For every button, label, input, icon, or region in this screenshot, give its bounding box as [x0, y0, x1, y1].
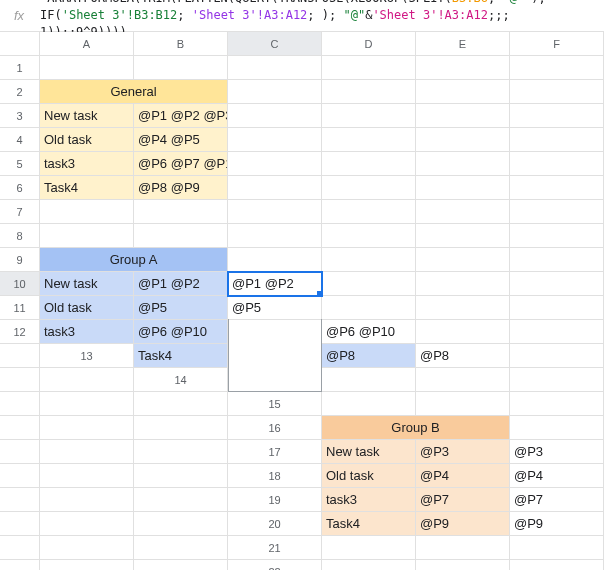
row-header-16[interactable]: 16 — [228, 416, 322, 440]
cell[interactable]: @P4 — [510, 464, 604, 488]
cell[interactable] — [0, 488, 40, 512]
cell[interactable]: @P1 @P2 — [228, 272, 322, 296]
section-header[interactable]: Group B — [322, 416, 510, 440]
cell[interactable] — [416, 224, 510, 248]
cell[interactable]: @P8 @P9 — [134, 176, 228, 200]
cell[interactable] — [416, 152, 510, 176]
cell[interactable]: Old task — [322, 464, 416, 488]
cell[interactable] — [134, 392, 228, 416]
cell[interactable] — [322, 296, 416, 320]
cell[interactable] — [416, 320, 510, 344]
cell[interactable]: task3 — [40, 320, 134, 344]
select-all-corner[interactable] — [0, 32, 40, 56]
cell[interactable] — [40, 512, 134, 536]
cell[interactable]: @P6 @P10 — [322, 320, 416, 344]
cell[interactable] — [134, 560, 228, 570]
row-header-4[interactable]: 4 — [0, 128, 40, 152]
cell[interactable] — [40, 416, 134, 440]
cell[interactable] — [134, 56, 228, 80]
row-header-18[interactable]: 18 — [228, 464, 322, 488]
cell[interactable] — [0, 368, 40, 392]
cell[interactable] — [510, 176, 604, 200]
cell[interactable] — [510, 536, 604, 560]
cell[interactable] — [228, 248, 322, 272]
cell[interactable] — [228, 176, 322, 200]
section-header[interactable]: Group A — [40, 248, 228, 272]
cell[interactable] — [134, 536, 228, 560]
cell[interactable] — [40, 560, 134, 570]
cell[interactable] — [134, 200, 228, 224]
row-header-10[interactable]: 10 — [0, 272, 40, 296]
row-header-19[interactable]: 19 — [228, 488, 322, 512]
cell[interactable] — [228, 104, 322, 128]
cell[interactable] — [0, 512, 40, 536]
cell[interactable]: @P4 — [416, 464, 510, 488]
cell[interactable] — [322, 368, 416, 392]
row-header-3[interactable]: 3 — [0, 104, 40, 128]
cell[interactable] — [228, 152, 322, 176]
cell[interactable] — [40, 464, 134, 488]
cell[interactable] — [134, 464, 228, 488]
cell[interactable] — [416, 248, 510, 272]
cell[interactable] — [416, 296, 510, 320]
cell[interactable] — [510, 344, 604, 368]
cell[interactable]: Task4 — [134, 344, 228, 368]
cell[interactable] — [510, 320, 604, 344]
cell[interactable] — [416, 56, 510, 80]
cell[interactable] — [416, 128, 510, 152]
section-header[interactable]: General — [40, 80, 228, 104]
row-header-17[interactable]: 17 — [228, 440, 322, 464]
cell[interactable] — [0, 464, 40, 488]
row-header-5[interactable]: 5 — [0, 152, 40, 176]
column-header-A[interactable]: A — [40, 32, 134, 56]
row-header-12[interactable]: 12 — [0, 320, 40, 344]
column-header-E[interactable]: E — [416, 32, 510, 56]
cell[interactable] — [322, 536, 416, 560]
row-header-22[interactable]: 22 — [228, 560, 322, 570]
cell[interactable] — [228, 56, 322, 80]
cell[interactable]: New task — [40, 272, 134, 296]
cell[interactable] — [416, 536, 510, 560]
column-header-B[interactable]: B — [134, 32, 228, 56]
cell[interactable] — [510, 296, 604, 320]
cell[interactable]: @P7 — [416, 488, 510, 512]
cell[interactable] — [510, 368, 604, 392]
cell[interactable] — [228, 128, 322, 152]
cell[interactable] — [416, 272, 510, 296]
cell[interactable] — [134, 512, 228, 536]
cell[interactable] — [416, 80, 510, 104]
cell[interactable] — [134, 416, 228, 440]
row-header-13[interactable]: 13 — [40, 344, 134, 368]
cell[interactable]: New task — [322, 440, 416, 464]
cell[interactable] — [322, 392, 416, 416]
cell[interactable] — [134, 488, 228, 512]
cell[interactable]: @P9 — [510, 512, 604, 536]
cell[interactable] — [134, 224, 228, 248]
row-header-7[interactable]: 7 — [0, 200, 40, 224]
cell[interactable]: @P7 — [510, 488, 604, 512]
cell[interactable] — [416, 104, 510, 128]
cell[interactable] — [416, 392, 510, 416]
cell[interactable]: @P4 @P5 — [134, 128, 228, 152]
row-header-8[interactable]: 8 — [0, 224, 40, 248]
column-header-D[interactable]: D — [322, 32, 416, 56]
cell[interactable] — [510, 104, 604, 128]
cell[interactable]: Old task — [40, 128, 134, 152]
cell[interactable] — [322, 200, 416, 224]
cell[interactable]: @P8 — [322, 344, 416, 368]
cell[interactable] — [510, 392, 604, 416]
row-header-2[interactable]: 2 — [0, 80, 40, 104]
formula-bar[interactable]: fx =ARRAYFORMULA(TRIM(FLATTEN(QUERY(TRAN… — [0, 0, 604, 32]
cell[interactable] — [228, 200, 322, 224]
cell[interactable] — [40, 224, 134, 248]
cell[interactable] — [322, 152, 416, 176]
cell[interactable] — [0, 440, 40, 464]
cell[interactable] — [40, 56, 134, 80]
row-header-1[interactable]: 1 — [0, 56, 40, 80]
cell[interactable] — [416, 200, 510, 224]
cell[interactable] — [40, 488, 134, 512]
column-header-C[interactable]: C — [228, 32, 322, 56]
cell[interactable] — [510, 224, 604, 248]
cell[interactable] — [510, 128, 604, 152]
row-header-6[interactable]: 6 — [0, 176, 40, 200]
